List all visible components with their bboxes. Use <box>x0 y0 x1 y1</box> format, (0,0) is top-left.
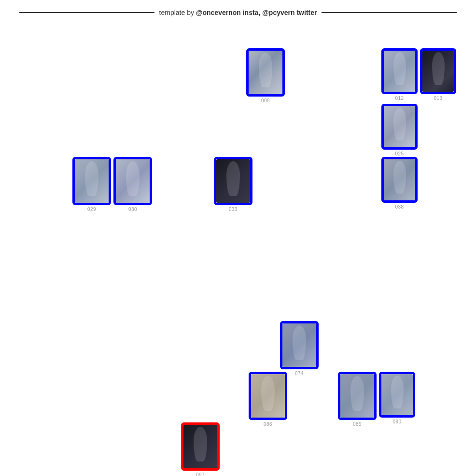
card-label-029: 029 <box>87 207 96 212</box>
card-label-097: 097 <box>196 472 205 476</box>
card-img-038 <box>381 157 418 203</box>
card-013: 013 <box>420 48 456 101</box>
card-label-013: 013 <box>434 96 442 101</box>
photo-038 <box>384 159 415 200</box>
photo-090 <box>381 374 413 415</box>
card-label-030: 030 <box>128 207 137 212</box>
card-089: 089 <box>338 372 377 427</box>
card-label-090: 090 <box>392 419 401 424</box>
card-label-033: 033 <box>229 207 238 212</box>
photo-025 <box>384 106 415 147</box>
insta-handle: @oncevernon <box>196 9 241 16</box>
card-img-013 <box>420 48 456 94</box>
card-008: 008 <box>246 48 285 103</box>
card-img-008 <box>246 48 285 97</box>
cards-area: 008012013025038029030033074086089090097 <box>0 34 476 476</box>
card-038: 038 <box>381 157 418 210</box>
photo-033 <box>216 159 250 203</box>
photo-074 <box>282 323 316 367</box>
card-012: 012 <box>381 48 418 101</box>
card-img-025 <box>381 104 418 150</box>
card-label-086: 086 <box>264 421 272 427</box>
twitter-label: twitter <box>296 9 317 16</box>
photo-029 <box>75 159 109 203</box>
photo-097 <box>183 425 217 468</box>
card-label-074: 074 <box>295 371 304 376</box>
card-025: 025 <box>381 104 418 156</box>
card-img-086 <box>249 372 287 420</box>
insta-separator: insta, <box>243 9 261 16</box>
card-074: 074 <box>280 321 319 376</box>
card-img-097 <box>181 422 220 471</box>
card-097: 097 <box>181 422 220 476</box>
card-img-089 <box>338 372 377 420</box>
card-img-033 <box>214 157 252 205</box>
card-img-074 <box>280 321 319 369</box>
photo-008 <box>249 51 282 94</box>
photo-013 <box>422 51 454 92</box>
card-img-030 <box>113 157 152 205</box>
card-label-012: 012 <box>395 96 404 101</box>
header-banner: template by @oncevernon insta, @pcyvern … <box>0 0 476 25</box>
card-090: 090 <box>379 372 415 424</box>
card-label-089: 089 <box>353 421 362 427</box>
card-029: 029 <box>72 157 111 212</box>
photo-030 <box>116 159 150 203</box>
card-086: 086 <box>249 372 287 427</box>
card-030: 030 <box>113 157 152 212</box>
photo-089 <box>340 374 374 418</box>
twitter-handle: @pcyvern <box>262 9 294 16</box>
card-label-008: 008 <box>261 98 270 103</box>
card-label-025: 025 <box>395 151 404 156</box>
photo-086 <box>251 374 285 418</box>
card-label-038: 038 <box>395 204 404 210</box>
card-033: 033 <box>214 157 252 212</box>
card-img-029 <box>72 157 111 205</box>
card-img-090 <box>379 372 415 418</box>
photo-012 <box>384 51 415 92</box>
card-img-012 <box>381 48 418 94</box>
header-text: template by @oncevernon insta, @pcyvern … <box>159 9 317 16</box>
